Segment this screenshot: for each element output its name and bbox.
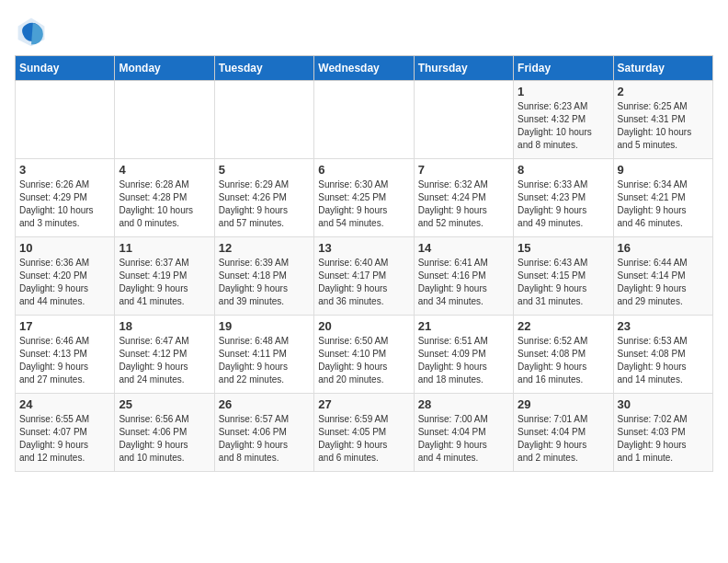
day-detail: Sunrise: 6:46 AM Sunset: 4:13 PM Dayligh… <box>19 335 110 386</box>
day-number: 5 <box>219 163 310 177</box>
calendar-cell: 3Sunrise: 6:26 AM Sunset: 4:29 PM Daylig… <box>16 159 115 237</box>
day-detail: Sunrise: 6:39 AM Sunset: 4:18 PM Dayligh… <box>219 257 310 308</box>
day-detail: Sunrise: 6:40 AM Sunset: 4:17 PM Dayligh… <box>318 257 409 308</box>
day-number: 9 <box>618 163 709 177</box>
day-detail: Sunrise: 6:30 AM Sunset: 4:25 PM Dayligh… <box>318 178 409 230</box>
day-detail: Sunrise: 6:41 AM Sunset: 4:16 PM Dayligh… <box>418 257 509 308</box>
calendar-cell <box>414 81 513 159</box>
day-detail: Sunrise: 6:32 AM Sunset: 4:24 PM Dayligh… <box>418 178 509 230</box>
day-detail: Sunrise: 6:48 AM Sunset: 4:11 PM Dayligh… <box>219 335 310 386</box>
calendar-cell <box>16 81 115 159</box>
calendar-cell: 23Sunrise: 6:53 AM Sunset: 4:08 PM Dayli… <box>613 316 712 394</box>
logo <box>15 15 51 48</box>
day-detail: Sunrise: 7:00 AM Sunset: 4:04 PM Dayligh… <box>418 413 509 465</box>
calendar-cell: 28Sunrise: 7:00 AM Sunset: 4:04 PM Dayli… <box>414 394 513 472</box>
day-detail: Sunrise: 6:37 AM Sunset: 4:19 PM Dayligh… <box>119 257 210 308</box>
calendar-cell: 4Sunrise: 6:28 AM Sunset: 4:28 PM Daylig… <box>115 159 214 237</box>
calendar-cell: 6Sunrise: 6:30 AM Sunset: 4:25 PM Daylig… <box>314 159 414 237</box>
day-detail: Sunrise: 6:59 AM Sunset: 4:05 PM Dayligh… <box>318 413 409 465</box>
day-detail: Sunrise: 6:53 AM Sunset: 4:08 PM Dayligh… <box>618 335 709 386</box>
day-number: 30 <box>618 397 709 411</box>
day-detail: Sunrise: 6:47 AM Sunset: 4:12 PM Dayligh… <box>119 335 210 386</box>
calendar-cell: 27Sunrise: 6:59 AM Sunset: 4:05 PM Dayli… <box>314 394 414 472</box>
day-number: 8 <box>518 163 609 177</box>
day-number: 6 <box>318 163 409 177</box>
calendar-cell <box>115 81 214 159</box>
col-header-saturday: Saturday <box>613 56 712 81</box>
calendar-cell: 26Sunrise: 6:57 AM Sunset: 4:06 PM Dayli… <box>214 394 313 472</box>
day-number: 18 <box>119 319 210 333</box>
calendar-cell: 12Sunrise: 6:39 AM Sunset: 4:18 PM Dayli… <box>214 237 313 316</box>
col-header-wednesday: Wednesday <box>314 56 414 81</box>
day-number: 25 <box>119 397 210 411</box>
col-header-thursday: Thursday <box>414 56 513 81</box>
col-header-sunday: Sunday <box>16 56 115 81</box>
calendar-cell: 18Sunrise: 6:47 AM Sunset: 4:12 PM Dayli… <box>115 316 214 394</box>
day-detail: Sunrise: 7:02 AM Sunset: 4:03 PM Dayligh… <box>618 413 709 465</box>
day-detail: Sunrise: 6:34 AM Sunset: 4:21 PM Dayligh… <box>618 178 709 230</box>
calendar-cell: 20Sunrise: 6:50 AM Sunset: 4:10 PM Dayli… <box>314 316 414 394</box>
day-number: 16 <box>618 241 709 255</box>
day-number: 29 <box>518 397 609 411</box>
calendar-cell: 10Sunrise: 6:36 AM Sunset: 4:20 PM Dayli… <box>16 237 115 316</box>
calendar-cell: 25Sunrise: 6:56 AM Sunset: 4:06 PM Dayli… <box>115 394 214 472</box>
day-detail: Sunrise: 6:44 AM Sunset: 4:14 PM Dayligh… <box>618 257 709 308</box>
calendar-cell: 16Sunrise: 6:44 AM Sunset: 4:14 PM Dayli… <box>613 237 712 316</box>
calendar-cell: 2Sunrise: 6:25 AM Sunset: 4:31 PM Daylig… <box>613 81 712 159</box>
calendar-cell: 17Sunrise: 6:46 AM Sunset: 4:13 PM Dayli… <box>16 316 115 394</box>
day-number: 24 <box>19 397 110 411</box>
calendar-cell: 7Sunrise: 6:32 AM Sunset: 4:24 PM Daylig… <box>414 159 513 237</box>
day-detail: Sunrise: 6:36 AM Sunset: 4:20 PM Dayligh… <box>19 257 110 308</box>
day-number: 7 <box>418 163 509 177</box>
day-detail: Sunrise: 6:56 AM Sunset: 4:06 PM Dayligh… <box>119 413 210 465</box>
day-detail: Sunrise: 6:33 AM Sunset: 4:23 PM Dayligh… <box>518 178 609 230</box>
calendar-cell: 21Sunrise: 6:51 AM Sunset: 4:09 PM Dayli… <box>414 316 513 394</box>
day-detail: Sunrise: 6:52 AM Sunset: 4:08 PM Dayligh… <box>518 335 609 386</box>
calendar-cell <box>314 81 414 159</box>
day-number: 15 <box>518 241 609 255</box>
day-detail: Sunrise: 6:55 AM Sunset: 4:07 PM Dayligh… <box>19 413 110 465</box>
day-detail: Sunrise: 6:57 AM Sunset: 4:06 PM Dayligh… <box>219 413 310 465</box>
day-number: 17 <box>19 319 110 333</box>
day-detail: Sunrise: 6:25 AM Sunset: 4:31 PM Dayligh… <box>618 100 709 152</box>
day-number: 20 <box>318 319 409 333</box>
calendar-cell: 29Sunrise: 7:01 AM Sunset: 4:04 PM Dayli… <box>514 394 613 472</box>
logo-icon <box>15 15 48 48</box>
calendar-cell: 14Sunrise: 6:41 AM Sunset: 4:16 PM Dayli… <box>414 237 513 316</box>
calendar-cell: 19Sunrise: 6:48 AM Sunset: 4:11 PM Dayli… <box>214 316 313 394</box>
calendar-cell: 9Sunrise: 6:34 AM Sunset: 4:21 PM Daylig… <box>613 159 712 237</box>
calendar-cell: 1Sunrise: 6:23 AM Sunset: 4:32 PM Daylig… <box>514 81 613 159</box>
day-number: 14 <box>418 241 509 255</box>
day-number: 23 <box>618 319 709 333</box>
page-header <box>15 15 713 48</box>
day-number: 13 <box>318 241 409 255</box>
day-number: 19 <box>219 319 310 333</box>
day-detail: Sunrise: 6:43 AM Sunset: 4:15 PM Dayligh… <box>518 257 609 308</box>
calendar-cell: 5Sunrise: 6:29 AM Sunset: 4:26 PM Daylig… <box>214 159 313 237</box>
day-number: 27 <box>318 397 409 411</box>
day-number: 28 <box>418 397 509 411</box>
calendar-cell: 22Sunrise: 6:52 AM Sunset: 4:08 PM Dayli… <box>514 316 613 394</box>
calendar-cell: 30Sunrise: 7:02 AM Sunset: 4:03 PM Dayli… <box>613 394 712 472</box>
calendar-cell: 15Sunrise: 6:43 AM Sunset: 4:15 PM Dayli… <box>514 237 613 316</box>
day-detail: Sunrise: 6:29 AM Sunset: 4:26 PM Dayligh… <box>219 178 310 230</box>
day-number: 12 <box>219 241 310 255</box>
day-number: 26 <box>219 397 310 411</box>
calendar-cell: 24Sunrise: 6:55 AM Sunset: 4:07 PM Dayli… <box>16 394 115 472</box>
calendar-cell: 8Sunrise: 6:33 AM Sunset: 4:23 PM Daylig… <box>514 159 613 237</box>
calendar-table: SundayMondayTuesdayWednesdayThursdayFrid… <box>15 55 713 472</box>
col-header-monday: Monday <box>115 56 214 81</box>
day-number: 2 <box>618 85 709 98</box>
calendar-cell <box>214 81 313 159</box>
col-header-tuesday: Tuesday <box>214 56 313 81</box>
day-detail: Sunrise: 6:23 AM Sunset: 4:32 PM Dayligh… <box>518 100 609 152</box>
calendar-cell: 11Sunrise: 6:37 AM Sunset: 4:19 PM Dayli… <box>115 237 214 316</box>
day-number: 10 <box>19 241 110 255</box>
day-number: 4 <box>119 163 210 177</box>
day-detail: Sunrise: 6:28 AM Sunset: 4:28 PM Dayligh… <box>119 178 210 230</box>
day-number: 21 <box>418 319 509 333</box>
day-number: 22 <box>518 319 609 333</box>
day-number: 1 <box>518 85 609 98</box>
calendar-cell: 13Sunrise: 6:40 AM Sunset: 4:17 PM Dayli… <box>314 237 414 316</box>
day-number: 3 <box>19 163 110 177</box>
